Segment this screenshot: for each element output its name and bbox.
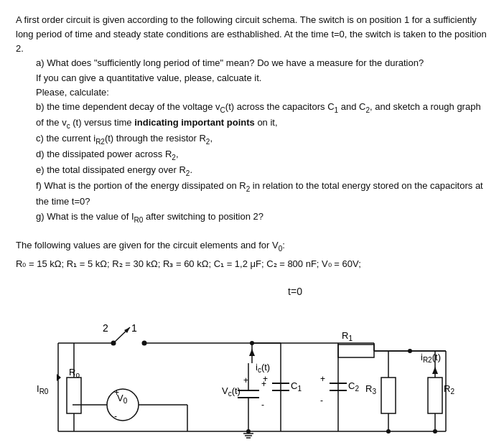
part-g-text: What is the value of IR0 after switching…	[47, 211, 263, 222]
part-g-label: g)	[36, 211, 45, 222]
part-e-label: e)	[36, 164, 45, 175]
circuit-diagram-section: t=0 2 1	[16, 284, 488, 445]
switch-pos2-label: 2	[103, 322, 108, 334]
values-section: The following values are given for the c…	[16, 238, 488, 271]
ic-plus: +	[243, 375, 248, 385]
vc-bottom-dot	[246, 429, 251, 434]
bottom-junction-dot-r3	[386, 429, 391, 434]
r0-component	[67, 378, 81, 413]
part-f-text: What is the portion of the energy dissip…	[36, 180, 483, 207]
c2-minus: -	[320, 395, 323, 406]
part-a-label: a)	[36, 57, 45, 68]
r3-component	[381, 378, 396, 413]
part-c-label: c)	[36, 133, 44, 144]
bottom-junction-dot-r2	[433, 429, 437, 434]
part-d-label: d)	[36, 149, 45, 159]
ir2-label: iR2(t)	[421, 352, 441, 364]
part-d: d) the dissipated power across R2,	[36, 147, 488, 163]
part-b: b) the time dependent decay of the volta…	[36, 100, 488, 131]
c1-label: C1	[291, 380, 302, 393]
c2-plus: +	[320, 374, 325, 384]
values-text: The following values are given for the c…	[16, 238, 488, 254]
part-e: e) the total dissipated energy over R2.	[36, 163, 488, 179]
circuit-container: 2 1 R1	[29, 306, 475, 445]
values-eq: R₀ = 15 kΩ; R₁ = 5 kΩ; R₂ = 30 kΩ; R₃ = …	[16, 257, 488, 271]
problem-text: A first order circuit is given according…	[16, 13, 488, 445]
part-d-text: the dissipated power across R2,	[47, 149, 178, 159]
part-a-q2: If you can give a quantitative value, pl…	[36, 71, 488, 85]
ic-junction-dot	[250, 341, 254, 345]
vc-minus: -	[261, 400, 264, 410]
c1-plus: +	[263, 374, 268, 384]
part-a-text1: What does "sufficiently long period of t…	[47, 57, 424, 68]
t0-text: t=0	[288, 286, 302, 297]
circuit-svg: 2 1 R1	[29, 306, 475, 445]
part-c: c) the current iR2(t) through the resist…	[36, 131, 488, 147]
part-b-label: b)	[36, 101, 45, 112]
r2-label: R2	[444, 383, 454, 395]
part-c-text: the current iR2(t) through the resistor …	[46, 133, 213, 144]
part-a-q1: a) What does "sufficiently long period o…	[36, 56, 488, 70]
ic-label: ic(t)	[256, 362, 270, 374]
v0-plus: +	[114, 388, 119, 398]
v0-minus: -	[114, 411, 117, 421]
intro-text: A first order circuit is given according…	[16, 13, 488, 56]
r1-label: R1	[342, 330, 353, 342]
part-b-text: the time dependent decay of the voltage …	[36, 101, 481, 128]
r2-component	[428, 378, 442, 413]
part-g: g) What is the value of IR0 after switch…	[36, 210, 488, 225]
ic-arrow	[249, 349, 255, 356]
r1-component	[338, 345, 374, 357]
c2-label: C2	[348, 380, 359, 393]
part-f-label: f)	[36, 180, 42, 191]
switch-pos1-label: 1	[131, 322, 137, 334]
part-a: a) What does "sufficiently long period o…	[36, 56, 488, 225]
part-e-text: the total dissipated energy over R2.	[47, 164, 192, 175]
part-f: f) What is the portion of the energy dis…	[36, 179, 488, 209]
iro-arrow	[57, 374, 61, 381]
r3-label: R3	[365, 383, 376, 395]
iro-label: IR0	[37, 383, 49, 395]
t0-label: t=0	[102, 284, 488, 300]
vc-label: Vc(t)	[222, 385, 241, 398]
part-a-q3: Please, calculate:	[36, 85, 488, 100]
